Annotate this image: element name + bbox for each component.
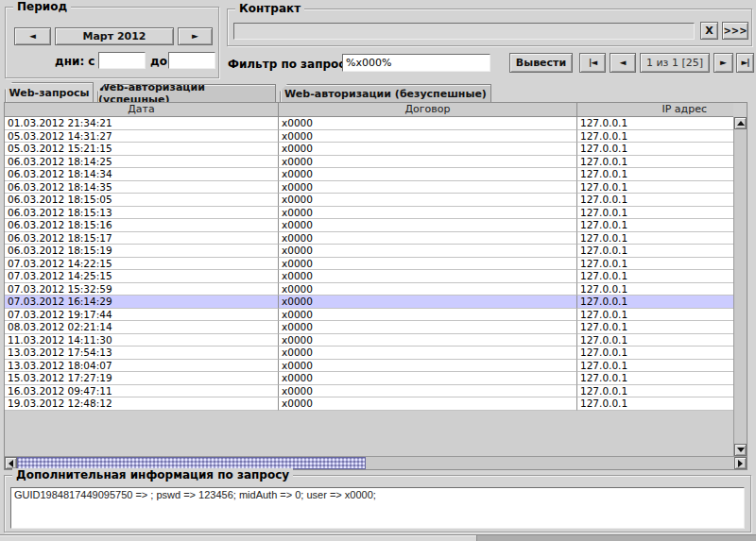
next-month-button[interactable]: ►	[178, 27, 213, 45]
table-row[interactable]: 06.03.2012 18:15:16x0000127.0.0.1	[5, 219, 733, 232]
table-cell-ip: 127.0.0.1	[577, 385, 733, 398]
table-row[interactable]: 08.03.2012 02:21:14x0000127.0.0.1	[5, 321, 733, 334]
table-row[interactable]: 07.03.2012 15:32:59x0000127.0.0.1	[5, 283, 733, 296]
table-cell-contract: x0000	[279, 156, 577, 169]
pager-prev-button[interactable]: ◄	[610, 53, 636, 73]
table-cell-contract: x0000	[279, 168, 577, 181]
table-cell-contract: x0000	[279, 207, 577, 220]
table-cell-ip: 127.0.0.1	[577, 283, 733, 296]
table-cell-date: 06.03.2012 18:15:19	[5, 245, 279, 258]
table-cell-date: 05.03.2012 15:21:15	[5, 143, 279, 156]
table-cell-ip: 127.0.0.1	[577, 181, 733, 194]
table-cell-date: 11.03.2012 14:11:30	[5, 334, 279, 347]
vertical-scrollbar[interactable]	[733, 117, 747, 456]
table-row[interactable]: 07.03.2012 16:14:29x0000127.0.0.1	[5, 296, 733, 309]
contract-select-button[interactable]: >>>	[722, 22, 748, 40]
table-cell-ip: 127.0.0.1	[577, 194, 733, 207]
prev-month-icon: ◄	[29, 32, 36, 41]
table-cell-contract: x0000	[279, 194, 577, 207]
table-cell-contract: x0000	[279, 270, 577, 283]
filter-input[interactable]	[342, 54, 490, 72]
scroll-right-icon	[738, 460, 743, 467]
prev-month-button[interactable]: ◄	[14, 27, 51, 45]
table-row[interactable]: 07.03.2012 14:22:15x0000127.0.0.1	[5, 258, 733, 271]
tab-web-auth-fail[interactable]: Web-авторизации (безуспешные)	[280, 84, 491, 102]
request-info-text[interactable]: GUID1984817449095750 => ; pswd => 123456…	[10, 487, 745, 529]
table-cell-contract: x0000	[279, 143, 577, 156]
scroll-left-icon	[9, 460, 13, 467]
table-row[interactable]: 19.03.2012 12:48:12x0000127.0.0.1	[5, 397, 733, 411]
table-cell-date: 06.03.2012 18:15:17	[5, 232, 279, 245]
table-cell-contract: x0000	[279, 283, 577, 296]
pager-first-button[interactable]: |◄	[579, 53, 606, 73]
table-cell-date: 06.03.2012 18:15:05	[5, 194, 279, 207]
table-cell-date: 08.03.2012 02:21:14	[5, 321, 279, 334]
table-cell-date: 06.03.2012 18:15:13	[5, 207, 279, 220]
table-cell-ip: 127.0.0.1	[577, 334, 733, 347]
table-cell-contract: x0000	[279, 219, 577, 232]
filter-label: Фильтр по запросу:	[228, 58, 357, 71]
column-header-date[interactable]: Дата	[5, 103, 279, 117]
table-row[interactable]: 15.03.2012 17:27:19x0000127.0.0.1	[5, 372, 733, 385]
apply-filter-button[interactable]: Вывести	[509, 53, 573, 73]
next-page-icon: ►	[720, 59, 727, 67]
scroll-up-button[interactable]	[734, 117, 747, 129]
table-row[interactable]: 16.03.2012 09:47:11x0000127.0.0.1	[5, 385, 733, 398]
pager-counter: 1 из 1 [25]	[640, 53, 710, 73]
scroll-right-button[interactable]	[734, 457, 747, 469]
contract-field[interactable]	[233, 23, 695, 40]
table-row[interactable]: 06.03.2012 18:14:25x0000127.0.0.1	[5, 156, 733, 169]
horizontal-scrollbar[interactable]	[5, 456, 747, 469]
prev-page-icon: ◄	[620, 59, 627, 67]
table-row[interactable]: 07.03.2012 19:17:44x0000127.0.0.1	[5, 309, 733, 322]
table-cell-date: 19.03.2012 12:48:12	[5, 397, 279, 411]
pager-last-button[interactable]: ►|	[736, 53, 754, 73]
table-cell-ip: 127.0.0.1	[577, 168, 733, 181]
table-row[interactable]: 13.03.2012 18:04:07x0000127.0.0.1	[5, 360, 733, 373]
table-row[interactable]: 11.03.2012 14:11:30x0000127.0.0.1	[5, 334, 733, 347]
table-cell-ip: 127.0.0.1	[577, 321, 733, 334]
days-from-label: дни: с	[55, 55, 94, 68]
tab-web-auth-success[interactable]: Web-авторизации (успешные)	[97, 84, 276, 102]
table-row[interactable]: 05.03.2012 14:31:27x0000127.0.0.1	[5, 130, 733, 144]
tab-web-requests[interactable]: Web-запросы	[5, 82, 94, 102]
table-cell-date: 07.03.2012 19:17:44	[5, 309, 279, 322]
table-cell-ip: 127.0.0.1	[577, 360, 733, 373]
table-cell-date: 16.03.2012 09:47:11	[5, 385, 279, 398]
contract-clear-button[interactable]: X	[700, 22, 718, 40]
outer-horizontal-scrollbar[interactable]	[0, 534, 756, 541]
table-row[interactable]: 05.03.2012 15:21:15x0000127.0.0.1	[5, 143, 733, 156]
table-cell-contract: x0000	[279, 130, 577, 144]
pager-next-button[interactable]: ►	[713, 53, 733, 73]
table-row[interactable]: 13.03.2012 17:54:13x0000127.0.0.1	[5, 347, 733, 360]
outer-scroll-thumb[interactable]	[0, 535, 477, 541]
days-to-label: до	[150, 55, 167, 68]
table-row[interactable]: 07.03.2012 14:25:15x0000127.0.0.1	[5, 270, 733, 283]
scroll-up-icon	[737, 121, 745, 126]
table-cell-date: 13.03.2012 18:04:07	[5, 360, 279, 373]
column-header-ip[interactable]: IP адрес	[577, 103, 733, 117]
contract-title: Контракт	[235, 2, 304, 15]
table-cell-ip: 127.0.0.1	[577, 232, 733, 245]
table-row[interactable]: 06.03.2012 18:15:13x0000127.0.0.1	[5, 207, 733, 220]
table-cell-contract: x0000	[279, 258, 577, 271]
table-cell-contract: x0000	[279, 372, 577, 385]
table-cell-date: 07.03.2012 16:14:29	[5, 296, 279, 309]
additional-info-panel: Дополнительная информация по запросу GUI…	[4, 475, 751, 533]
table-row[interactable]: 06.03.2012 18:15:05x0000127.0.0.1	[5, 194, 733, 207]
table-row[interactable]: 01.03.2012 21:34:21x0000127.0.0.1	[5, 117, 733, 130]
table-cell-contract: x0000	[279, 397, 577, 411]
scroll-down-button[interactable]	[734, 444, 747, 456]
table-cell-ip: 127.0.0.1	[577, 397, 733, 411]
table-row[interactable]: 06.03.2012 18:14:34x0000127.0.0.1	[5, 168, 733, 181]
column-header-contract[interactable]: Договор	[279, 103, 577, 117]
table-row[interactable]: 06.03.2012 18:15:19x0000127.0.0.1	[5, 245, 733, 258]
month-button[interactable]: Март 2012	[55, 27, 174, 45]
day-to-input[interactable]	[168, 52, 215, 69]
table-cell-ip: 127.0.0.1	[577, 258, 733, 271]
day-from-input[interactable]	[98, 52, 146, 69]
table-row[interactable]: 06.03.2012 18:14:35x0000127.0.0.1	[5, 181, 733, 194]
table-row[interactable]: 06.03.2012 18:15:17x0000127.0.0.1	[5, 232, 733, 245]
period-panel: Период ◄ Март 2012 ► дни: с до	[5, 7, 219, 78]
table-cell-contract: x0000	[279, 181, 577, 194]
